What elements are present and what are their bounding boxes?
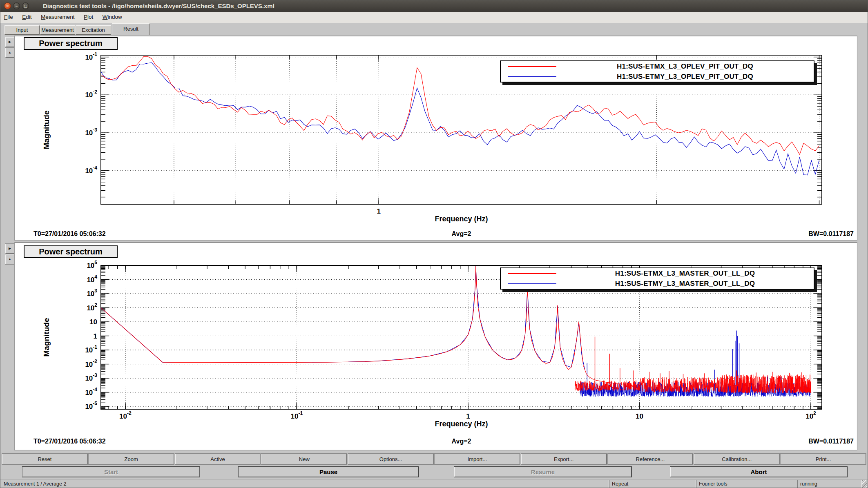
svg-text:10-2: 10-2 — [119, 410, 132, 420]
legend-label: H1:SUS-ETMY_L3_MASTER_OUT_LL_DQ — [556, 280, 814, 288]
svg-text:10-4: 10-4 — [85, 387, 97, 397]
plot-1-legend: H1:SUS-ETMX_L3_OPLEV_PIT_OUT_DQH1:SUS-ET… — [500, 60, 814, 82]
measurement-controls: Start Pause Resume Abort — [0, 466, 868, 479]
svg-text:102: 102 — [87, 302, 97, 312]
legend-line-sample — [508, 273, 556, 274]
start-button[interactable]: Start — [22, 467, 200, 477]
legend-entry: H1:SUS-ETMX_L3_OPLEV_PIT_OUT_DQ — [501, 61, 814, 71]
legend-line-sample — [508, 76, 556, 77]
tab-excitation[interactable]: Excitation — [76, 25, 111, 35]
resize-grip-icon[interactable] — [862, 480, 867, 488]
legend-line-sample — [508, 283, 556, 284]
new-button[interactable]: New — [261, 454, 347, 464]
legend-label: H1:SUS-ETMY_L3_OPLEV_PIT_OUT_DQ — [556, 73, 814, 81]
maximize-icon[interactable]: ▢ — [22, 2, 29, 9]
plot-1-t0: T0=27/01/2016 05:06:32 — [33, 230, 106, 238]
zoom-button[interactable]: Zoom — [89, 454, 174, 464]
svg-text:1: 1 — [466, 412, 470, 420]
svg-text:1: 1 — [94, 332, 97, 340]
svg-text:105: 105 — [87, 260, 97, 270]
title-bar[interactable]: ✕ – ▢ Diagnostics test tools - /ligo/hom… — [0, 0, 868, 12]
plot-2-bw: BW=0.0117187 — [808, 438, 854, 445]
options-button[interactable]: Options... — [348, 454, 433, 464]
pause-button[interactable]: Pause — [239, 467, 418, 477]
plot-2-t0: T0=27/01/2016 05:06:32 — [33, 438, 106, 445]
legend-entry: H1:SUS-ETMY_L3_OPLEV_PIT_OUT_DQ — [501, 71, 814, 82]
minimize-icon[interactable]: – — [13, 2, 20, 9]
menu-file[interactable]: File — [0, 12, 17, 22]
svg-text:1: 1 — [377, 207, 381, 215]
export-button[interactable]: Export... — [521, 454, 607, 464]
plot-2-x-axis-label: Frequency (Hz) — [101, 420, 822, 428]
legend-label: H1:SUS-ETMX_L3_OPLEV_PIT_OUT_DQ — [556, 62, 814, 71]
tab-bar: Input Measurement Excitation Result — [0, 23, 868, 35]
svg-text:10-3: 10-3 — [85, 372, 97, 382]
reference-button[interactable]: Reference... — [608, 454, 693, 464]
menu-edit[interactable]: Edit — [18, 12, 35, 22]
print-button[interactable]: Print... — [781, 454, 866, 464]
pan-right-button[interactable]: ▶ — [5, 37, 14, 47]
plot-2-legend: H1:SUS-ETMX_L3_MASTER_OUT_LL_DQH1:SUS-ET… — [500, 267, 814, 290]
plot-2-title: Power spectrum — [24, 245, 118, 258]
plot-2-avg: Avg=2 — [101, 438, 822, 445]
status-bar: Measurement 1 / Average 2 Repeat Fourier… — [0, 479, 868, 488]
active-button[interactable]: Active — [175, 454, 261, 464]
menu-measurement[interactable]: Measurement — [37, 12, 78, 22]
svg-text:10-5: 10-5 — [85, 401, 97, 410]
abort-button[interactable]: Abort — [670, 467, 847, 477]
plot-panel-1: 10-410-310-210-11 Power spectrum Magnitu… — [14, 36, 857, 241]
menu-plot[interactable]: Plot — [80, 12, 97, 22]
plot-1-bw: BW=0.0117187 — [808, 230, 854, 238]
plot-panel-2: 10-510-410-310-210-111010210310410510-21… — [14, 242, 857, 450]
svg-text:10-1: 10-1 — [85, 344, 97, 354]
svg-text:10: 10 — [636, 412, 643, 420]
svg-text:102: 102 — [806, 410, 816, 420]
plot-1-x-axis-label: Frequency (Hz) — [101, 215, 822, 223]
svg-text:10: 10 — [89, 318, 97, 326]
import-button[interactable]: Import... — [435, 454, 520, 464]
plot-1-avg: Avg=2 — [101, 230, 822, 238]
pan-up-button-2[interactable]: ▲ — [5, 254, 14, 264]
menu-bar: File Edit Measurement Plot Window — [0, 12, 868, 23]
tab-input[interactable]: Input — [4, 25, 40, 35]
status-tools: Fourier tools — [696, 480, 797, 488]
pan-up-button[interactable]: ▲ — [5, 48, 14, 58]
legend-entry: H1:SUS-ETMY_L3_MASTER_OUT_LL_DQ — [501, 279, 814, 289]
svg-text:104: 104 — [87, 274, 97, 284]
window-title: Diagnostics test tools - /ligo/home/shei… — [43, 0, 274, 12]
legend-line-sample — [508, 66, 556, 67]
tab-measurement[interactable]: Measurement — [40, 25, 75, 35]
svg-text:103: 103 — [87, 288, 97, 298]
svg-text:10-1: 10-1 — [85, 51, 97, 61]
tab-result[interactable]: Result — [112, 23, 150, 35]
svg-text:10-4: 10-4 — [85, 165, 97, 175]
legend-entry: H1:SUS-ETMX_L3_MASTER_OUT_LL_DQ — [501, 268, 814, 279]
svg-text:10-2: 10-2 — [85, 89, 97, 99]
close-icon[interactable]: ✕ — [4, 2, 11, 9]
reset-button[interactable]: Reset — [2, 454, 87, 464]
plot-2-y-axis-label: Magnitude — [42, 318, 51, 357]
toolbar: Reset Zoom Active New Options... Import.… — [0, 452, 868, 466]
plot-1-y-axis-label: Magnitude — [42, 111, 51, 149]
plot-1-title: Power spectrum — [24, 37, 118, 50]
legend-label: H1:SUS-ETMX_L3_MASTER_OUT_LL_DQ — [556, 270, 814, 278]
status-measurement: Measurement 1 / Average 2 — [1, 480, 609, 488]
svg-text:10-2: 10-2 — [85, 359, 97, 368]
menu-window[interactable]: Window — [99, 12, 126, 22]
diagnostics-test-tools-window: ✕ – ▢ Diagnostics test tools - /ligo/hom… — [0, 0, 868, 488]
resume-button[interactable]: Resume — [454, 467, 631, 477]
svg-text:10-3: 10-3 — [85, 127, 97, 137]
pan-right-button-2[interactable]: ▶ — [5, 244, 14, 254]
status-repeat: Repeat — [609, 480, 696, 488]
svg-text:10-1: 10-1 — [291, 410, 303, 420]
calibration-button[interactable]: Calibration... — [694, 454, 779, 464]
status-running: running — [797, 480, 862, 488]
